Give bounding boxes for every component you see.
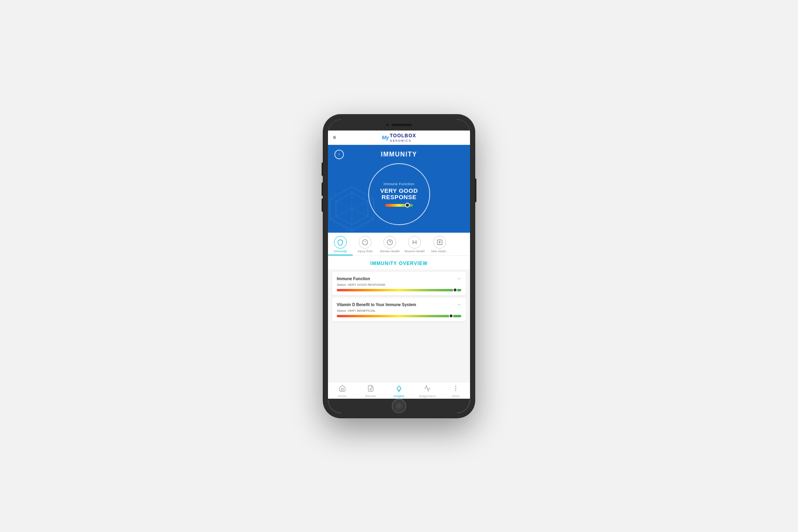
nav-epigenetics[interactable]: Epigenetics [413,385,442,398]
card-bar-1 [337,289,461,291]
phone-screen: ≡ My TOOLBOX GENOMICS [328,119,470,413]
svg-marker-1 [336,193,368,225]
score-indicator [405,203,410,208]
card-bar-2 [337,315,461,317]
card-header-1: Immune Function → [337,276,461,281]
card-bar-container-2 [337,315,461,317]
more-nav-icon [452,385,459,394]
logo-my: My [382,134,389,140]
vitamin-d-card[interactable]: Vitamin D Benefit to Your Immune System … [332,298,466,321]
overview-title: IMMUNITY OVERVIEW [328,256,470,269]
card-bar-container-1 [337,289,461,291]
mental-health-tab-icon [383,236,396,249]
back-button[interactable]: ‹ [334,150,344,159]
phone-notch [328,119,470,131]
card-bar-dot-1 [453,288,457,292]
mental-health-tab-label: Mental Health [380,250,399,253]
skin-health-tab-icon [433,236,446,249]
home-button[interactable] [392,399,406,413]
svg-point-15 [456,390,456,391]
card-header-2: Vitamin D Benefit to Your Immune System … [337,302,461,307]
speaker-bar [392,124,412,126]
nav-insights[interactable]: Insights [385,385,413,398]
phone-shell: ≡ My TOOLBOX GENOMICS [323,115,475,418]
phone-bottom-bar [328,399,470,413]
more-nav-label: More [452,394,459,398]
tab-immunity[interactable]: Immunity [328,233,353,256]
circle-container: Immune Function VERY GOODRESPONSE [367,162,431,226]
card-bar-dot-2 [449,314,453,318]
tab-injury-risk[interactable]: Injury Risk [353,233,377,256]
hero-title: IMMUNITY [344,151,454,158]
svg-point-13 [456,386,456,387]
nav-results[interactable]: Results [356,385,385,398]
immune-circle: Immune Function VERY GOODRESPONSE [368,163,430,225]
hero-top-row: ‹ IMMUNITY [334,150,464,159]
home-nav-icon [339,385,346,394]
injury-risk-tab-label: Injury Risk [358,250,372,253]
bottom-nav: Home Results [328,382,470,399]
app-header: ≡ My TOOLBOX GENOMICS [328,131,470,145]
muscle-health-tab-icon [408,236,421,249]
card-title-1: Immune Function [337,277,370,281]
circle-subtitle: Immune Function [383,182,414,186]
injury-risk-tab-icon [359,236,371,249]
card-status-1: Status: VERY GOOD RESPONSE [337,283,461,287]
category-tabs: Immunity Injury Risk [328,233,470,256]
results-nav-icon [367,385,374,394]
tab-skin-health[interactable]: Skin Healt... [427,233,452,256]
hamburger-icon[interactable]: ≡ [333,134,336,140]
hero-section: ‹ IMMUNITY Immune Function VERY GOODRESP… [328,145,470,233]
insights-nav-label: Insights [393,394,405,398]
app-logo: My TOOLBOX GENOMICS [382,133,416,142]
skin-health-tab-label: Skin Healt... [431,250,448,253]
epigenetics-nav-label: Epigenetics [419,394,436,398]
logo-toolbox: TOOLBOX [390,133,416,138]
svg-point-14 [456,388,456,389]
circle-main-text: VERY GOODRESPONSE [380,188,418,201]
app-content: ≡ My TOOLBOX GENOMICS [328,131,470,399]
camera-dot [386,124,389,126]
score-bar [385,204,413,207]
back-arrow-icon: ‹ [338,152,340,156]
immune-function-card[interactable]: Immune Function → Status: VERY GOOD RESP… [332,272,466,295]
logo-genomics: GENOMICS [390,139,416,142]
scene: ≡ My TOOLBOX GENOMICS [0,0,798,532]
tab-mental-health[interactable]: Mental Health [377,233,402,256]
card-status-2: Status: VERY BENEFICIAL [337,309,461,312]
epigenetics-nav-icon [424,385,431,394]
results-nav-label: Results [365,394,376,398]
overview-section: IMMUNITY OVERVIEW Immune Function → Stat… [328,256,470,382]
immunity-tab-label: Immunity [334,250,347,253]
immunity-tab-icon [334,236,347,249]
insights-nav-icon [395,385,403,394]
nav-home[interactable]: Home [328,385,356,398]
home-nav-label: Home [338,394,346,398]
card-title-2: Vitamin D Benefit to Your Immune System [337,303,416,307]
tab-muscle-health[interactable]: Muscle Health [402,233,427,256]
muscle-health-tab-label: Muscle Health [405,250,425,253]
card-arrow-2[interactable]: → [456,302,461,307]
nav-more[interactable]: More [442,385,470,398]
card-arrow-1[interactable]: → [456,276,461,281]
